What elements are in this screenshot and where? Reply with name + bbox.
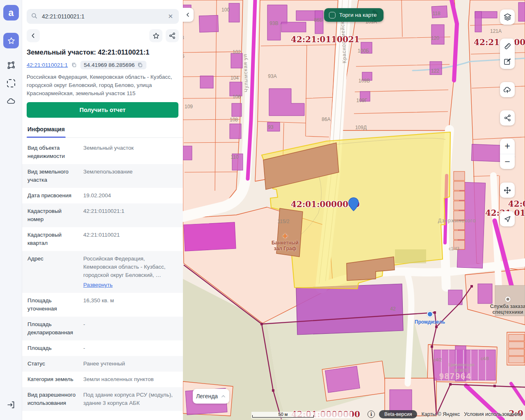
object-panel: ✕ Земельный участок: 42:21:0110021:1 42:… <box>22 0 183 420</box>
search-icon <box>31 12 38 21</box>
sidebar-item-polygon-tool[interactable] <box>3 57 19 73</box>
coordinates-chip[interactable]: 54.41969 86.285696 <box>80 61 146 69</box>
table-row-address: Адрес Российская Федерация, Кемеровская … <box>22 251 183 293</box>
tabs: Информация <box>27 123 183 138</box>
trade-toggle-checkbox[interactable] <box>329 12 336 18</box>
info-table: Вид объекта недвижимостиЗемельный участо… <box>22 140 183 411</box>
trade-toggle[interactable]: Торги на карте <box>324 8 383 22</box>
poi-banquet-hall[interactable]: ✚ Банкетный зал Граф <box>272 233 299 251</box>
exit-icon <box>7 400 16 409</box>
ruler-button[interactable] <box>500 39 515 54</box>
navigate-icon <box>503 215 511 223</box>
table-row: Кадастровый номер42:21:0110021:1 <box>22 203 183 227</box>
ruler-icon <box>503 42 512 50</box>
share-button[interactable] <box>166 29 179 42</box>
poi-service[interactable]: Служба заказа спецтехники <box>490 296 525 315</box>
poi-flower-icon: ✚ <box>272 233 299 240</box>
object-header-actions <box>27 29 179 42</box>
beta-badge: Beta-версия <box>379 410 417 418</box>
draw-button[interactable] <box>500 54 515 69</box>
table-row: Вид земельного участкаЗемлепользование <box>22 164 183 188</box>
share-icon <box>504 114 511 122</box>
cloud-icon <box>6 96 16 106</box>
sidebar-item-cloud[interactable] <box>3 94 19 109</box>
zoom-in-button[interactable]: + <box>500 139 515 154</box>
layers-button[interactable] <box>500 9 515 25</box>
scale-ruler <box>252 415 314 418</box>
sidebar-item-exit[interactable] <box>3 397 19 413</box>
page-title: Земельный участок: 42:21:0110021:1 <box>27 48 179 56</box>
search-input[interactable] <box>41 13 166 20</box>
legend-button[interactable]: Легенда <box>193 389 229 404</box>
map-tools: + − <box>500 9 515 226</box>
coordinates-value: 54.41969 86.285696 <box>84 62 135 68</box>
get-report-button[interactable]: Получить отчет <box>27 102 178 118</box>
copy-icon[interactable] <box>137 62 143 68</box>
table-row: Площадь декларированная- <box>22 317 183 340</box>
poi-circle-icon <box>505 297 510 302</box>
share-map-button[interactable] <box>500 110 515 126</box>
chevron-up-icon <box>221 394 226 399</box>
back-button[interactable] <box>27 29 40 42</box>
clear-search-icon[interactable]: ✕ <box>166 12 175 21</box>
copy-icon[interactable] <box>71 62 77 68</box>
terms-link[interactable]: Условия использования <box>464 411 521 417</box>
table-row: СтатусРанее учтенный <box>22 356 183 372</box>
table-row: Кадастровый квартал42:21:0110021 <box>22 227 183 251</box>
poi-car-icon <box>427 311 433 317</box>
star-icon <box>7 37 16 45</box>
table-row: Площадь- <box>22 340 183 356</box>
zoom-out-button[interactable]: − <box>500 154 515 169</box>
table-row: Вид объекта недвижимостиЗемельный участо… <box>22 140 183 164</box>
map-pin-icon <box>348 197 359 213</box>
move-icon <box>503 186 512 195</box>
map-attribution: i Beta-версия Карты © Яндекс Условия исп… <box>368 410 521 418</box>
table-row: Дата присвоения19.02.2004 <box>22 188 183 203</box>
copyright-link[interactable]: Карты © Яндекс <box>421 411 460 417</box>
map-canvas[interactable]: 1000393В86Б109А1021040510610810911093А93… <box>183 0 525 420</box>
table-row: Площадь уточненная16,350 кв. м <box>22 293 183 317</box>
info-icon[interactable]: i <box>368 411 375 418</box>
object-address: Российская Федерация, Кемеровская област… <box>27 73 178 98</box>
upload-button[interactable] <box>500 82 515 97</box>
locate-button[interactable] <box>500 211 515 226</box>
select-area-icon <box>7 79 15 87</box>
pan-mode-button[interactable] <box>500 183 515 198</box>
scale-bar: 50 м <box>251 412 352 418</box>
zoom-group: + − <box>500 139 515 169</box>
polygon-icon <box>7 61 16 70</box>
app-logo-icon[interactable]: a <box>3 5 19 21</box>
cadastral-number-link[interactable]: 42:21:0110021:1 <box>27 62 68 68</box>
measure-edit-group <box>500 39 515 69</box>
tab-information[interactable]: Информация <box>27 123 66 137</box>
object-id-row: 42:21:0110021:1 54.41969 86.285696 <box>27 61 179 69</box>
icon-rail: a <box>0 0 22 420</box>
chevron-left-icon <box>185 12 191 18</box>
expand-address-link[interactable]: Развернуть <box>83 281 113 289</box>
sidebar-item-favorites[interactable] <box>3 33 19 48</box>
table-row: Категория земельЗемли населенных пунктов <box>22 372 183 387</box>
cadastral-map-app: a <box>0 0 525 420</box>
search-bar[interactable]: ✕ <box>27 9 179 24</box>
edit-icon <box>503 57 511 66</box>
collapse-panel-button[interactable] <box>183 8 194 22</box>
cloud-upload-icon <box>503 85 512 94</box>
sidebar-item-select-area[interactable] <box>3 75 19 91</box>
table-row: Вид разрешенного использованияПод здание… <box>22 387 183 411</box>
poi-promdizel[interactable]: Промдизель <box>415 311 445 325</box>
favorite-button[interactable] <box>149 29 162 42</box>
layers-icon <box>503 13 512 21</box>
